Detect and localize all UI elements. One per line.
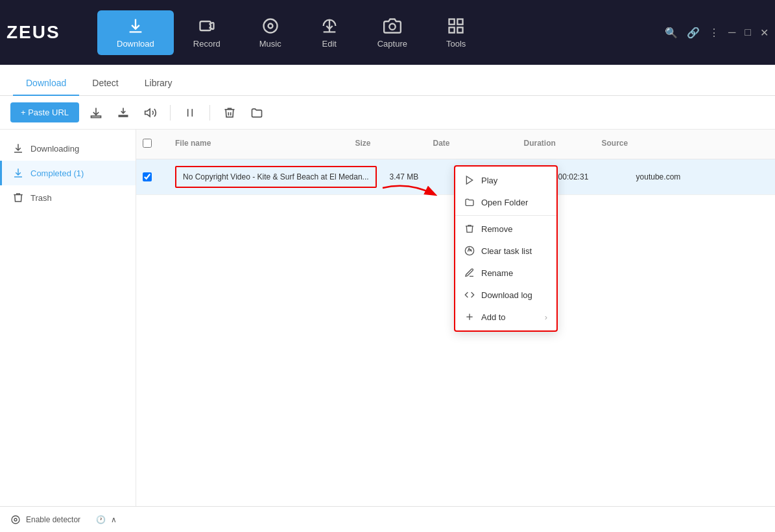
svg-point-0	[263, 19, 277, 32]
th-date: Date	[427, 135, 518, 154]
sidebar-item-completed[interactable]: Completed (1)	[0, 161, 136, 185]
top-bar: ZEUS Download Record Music	[0, 0, 775, 65]
context-clear-task-label: Clear task list	[481, 246, 532, 256]
context-menu-add-to[interactable]: Add to ›	[455, 306, 556, 328]
play-icon	[464, 175, 475, 185]
tab-download[interactable]: Download	[13, 71, 79, 96]
clock-icon: 🕐	[96, 515, 106, 524]
submenu-arrow-icon: ›	[545, 312, 547, 322]
remove-icon	[464, 224, 475, 234]
nav-item-tools[interactable]: Tools	[427, 10, 485, 55]
record-icon	[198, 17, 216, 35]
context-menu-play[interactable]: Play	[455, 169, 556, 191]
context-remove-label: Remove	[481, 224, 512, 234]
add-to-icon	[464, 312, 475, 322]
add-download-icon[interactable]	[86, 102, 106, 123]
toolbar: + Paste URL	[0, 96, 775, 130]
sidebar-item-trash[interactable]: Trash	[0, 185, 136, 210]
bottom-bar: Enable detector 🕐 ∧	[0, 506, 775, 532]
svg-rect-4	[457, 19, 462, 24]
svg-point-15	[12, 516, 19, 524]
th-duration: Duration	[518, 135, 595, 154]
th-size: Size	[349, 135, 427, 154]
nav-label-download: Download	[117, 39, 154, 49]
row-checkbox[interactable]	[143, 172, 152, 181]
table-header: File name Size Date Duration Source	[136, 130, 775, 159]
tab-library[interactable]: Library	[132, 71, 185, 96]
svg-rect-3	[449, 19, 455, 24]
sidebar-trash-label: Trash	[30, 193, 52, 203]
tab-detect[interactable]: Detect	[79, 71, 131, 96]
context-separator	[455, 215, 556, 216]
sidebar: Downloading Completed (1) Trash	[0, 130, 136, 506]
context-menu-rename[interactable]: Rename	[455, 262, 556, 284]
downloading-icon	[12, 143, 24, 154]
context-menu-remove[interactable]: Remove	[455, 218, 556, 240]
app-logo: ZEUS	[6, 22, 84, 43]
detector-icon	[10, 515, 21, 525]
context-play-label: Play	[481, 176, 497, 185]
context-download-log-label: Download log	[481, 290, 532, 300]
context-menu-download-log[interactable]: Download log	[455, 284, 556, 306]
enable-detector-label[interactable]: Enable detector	[26, 515, 80, 524]
sidebar-item-downloading[interactable]: Downloading	[0, 136, 136, 161]
toolbar-separator-1	[170, 105, 171, 121]
paste-url-button[interactable]: + Paste URL	[10, 102, 79, 122]
svg-point-1	[268, 23, 272, 28]
nav-item-edit[interactable]: Edit	[301, 10, 358, 55]
nav-item-download[interactable]: Download	[97, 10, 174, 55]
row-duration: 00:02:31	[552, 166, 630, 188]
clear-task-icon	[464, 246, 475, 256]
window-controls: 🔍 🔗 ⋮ ─ □ ✕	[665, 27, 769, 39]
close-button[interactable]: ✕	[760, 27, 769, 39]
nav-label-capture: Capture	[377, 39, 407, 49]
pause-icon[interactable]	[180, 102, 200, 123]
svg-rect-5	[457, 27, 462, 32]
select-all-checkbox[interactable]	[143, 139, 152, 148]
svg-marker-8	[145, 109, 150, 117]
rename-icon	[464, 268, 475, 278]
edit-icon	[320, 17, 339, 35]
music-icon	[261, 17, 280, 35]
more-icon[interactable]: ⋮	[709, 27, 719, 39]
filename-cell[interactable]: No Copyright Video - Kite & Surf Beach a…	[175, 166, 377, 188]
row-filename[interactable]: No Copyright Video - Kite & Surf Beach a…	[169, 159, 383, 194]
context-menu-clear-task[interactable]: Clear task list	[455, 240, 556, 262]
context-rename-label: Rename	[481, 268, 513, 278]
svg-point-16	[14, 518, 17, 521]
context-add-to-label: Add to	[481, 312, 506, 322]
th-source: Source	[595, 135, 776, 154]
main-content: Downloading Completed (1) Trash File nam…	[0, 130, 775, 506]
context-menu-open-folder[interactable]: Open Folder	[455, 191, 556, 213]
nav-item-music[interactable]: Music	[240, 10, 301, 55]
nav-item-capture[interactable]: Capture	[358, 10, 427, 55]
th-checkbox	[136, 135, 169, 154]
chevron-up-icon[interactable]: ∧	[111, 515, 117, 524]
svg-rect-7	[91, 116, 101, 118]
share-icon[interactable]: 🔗	[687, 27, 700, 39]
svg-marker-12	[466, 176, 472, 184]
capture-icon	[383, 17, 401, 35]
nav-label-tools: Tools	[446, 39, 466, 49]
nav-items: Download Record Music Edit	[97, 10, 665, 55]
row-size: 3.47 MB	[383, 166, 461, 188]
quality-icon[interactable]	[140, 102, 161, 123]
search-icon[interactable]: 🔍	[665, 27, 678, 39]
svg-point-2	[389, 23, 395, 29]
nav-label-edit: Edit	[322, 39, 337, 49]
maximize-button[interactable]: □	[745, 27, 751, 38]
nav-item-record[interactable]: Record	[174, 10, 240, 55]
trash-icon	[12, 192, 24, 203]
completed-icon	[12, 167, 24, 179]
nav-label-record: Record	[193, 39, 221, 49]
sidebar-downloading-label: Downloading	[30, 144, 79, 154]
download-to-icon[interactable]	[113, 102, 134, 123]
delete-icon[interactable]	[219, 102, 240, 123]
th-filename: File name	[169, 135, 349, 154]
minimize-button[interactable]: ─	[728, 27, 735, 38]
sidebar-completed-label: Completed (1)	[30, 168, 84, 178]
context-menu: Play Open Folder Remove Clear task list …	[454, 165, 558, 332]
open-folder-icon[interactable]	[246, 102, 267, 123]
svg-rect-6	[449, 27, 455, 32]
sub-tabs: Download Detect Library	[0, 65, 775, 96]
